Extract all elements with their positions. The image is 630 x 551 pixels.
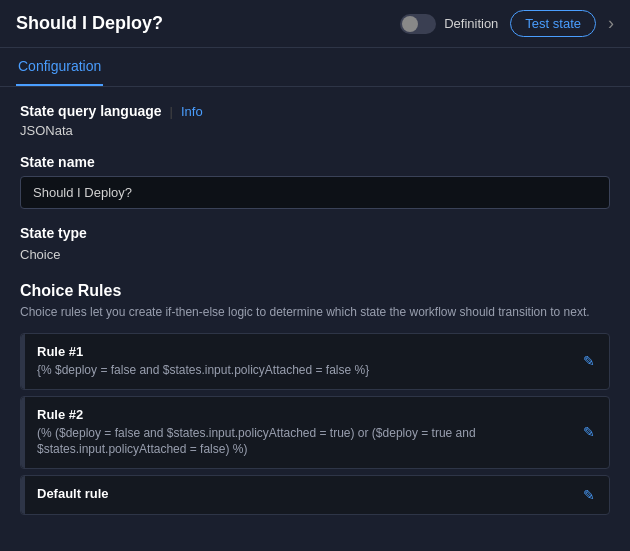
rule-card-2: Rule #2 (% ($deploy = false and $states.…	[20, 396, 610, 470]
choice-rules-title: Choice Rules	[20, 282, 610, 300]
pencil-icon: ✎	[583, 353, 595, 369]
tab-configuration[interactable]: Configuration	[16, 48, 103, 86]
state-type-value: Choice	[20, 247, 610, 262]
header: Should I Deploy? Definition Test state ›	[0, 0, 630, 48]
rule-1-content: Rule #1 {% $deploy = false and $states.i…	[25, 334, 569, 389]
rule-2-body: (% ($deploy = false and $states.input.po…	[37, 425, 557, 459]
rule-default-title: Default rule	[37, 486, 557, 501]
page-title: Should I Deploy?	[16, 13, 388, 34]
rule-card-default: Default rule ✎	[20, 475, 610, 515]
state-type-label: State type	[20, 225, 610, 241]
rule-2-title: Rule #2	[37, 407, 557, 422]
content-area: State query language | Info JSONata Stat…	[0, 87, 630, 543]
choice-rules-description: Choice rules let you create if-then-else…	[20, 304, 610, 321]
toggle-label: Definition	[444, 16, 498, 31]
state-name-input[interactable]	[20, 176, 610, 209]
rule-1-title: Rule #1	[37, 344, 557, 359]
pipe-divider: |	[170, 104, 173, 119]
rule-2-edit-button[interactable]: ✎	[569, 397, 609, 469]
state-type-section: State type Choice	[20, 225, 610, 262]
state-query-language-label: State query language	[20, 103, 162, 119]
rule-1-body: {% $deploy = false and $states.input.pol…	[37, 362, 557, 379]
state-name-section: State name	[20, 154, 610, 209]
tabs-bar: Configuration	[0, 48, 630, 87]
toggle-row: Definition	[400, 14, 498, 34]
test-state-button[interactable]: Test state	[510, 10, 596, 37]
definition-toggle[interactable]	[400, 14, 436, 34]
state-query-language-section: State query language | Info JSONata	[20, 103, 610, 138]
state-query-language-title-row: State query language | Info	[20, 103, 610, 119]
rule-1-edit-button[interactable]: ✎	[569, 334, 609, 389]
pencil-icon-2: ✎	[583, 424, 595, 440]
rule-2-content: Rule #2 (% ($deploy = false and $states.…	[25, 397, 569, 469]
chevron-right-icon[interactable]: ›	[608, 13, 614, 34]
rule-card-1: Rule #1 {% $deploy = false and $states.i…	[20, 333, 610, 390]
info-link[interactable]: Info	[181, 104, 203, 119]
choice-rules-section: Choice Rules Choice rules let you create…	[20, 282, 610, 515]
rule-default-content: Default rule	[25, 476, 569, 514]
state-query-language-value: JSONata	[20, 123, 610, 138]
pencil-icon-default: ✎	[583, 487, 595, 503]
state-name-label: State name	[20, 154, 610, 170]
rule-default-edit-button[interactable]: ✎	[569, 476, 609, 514]
